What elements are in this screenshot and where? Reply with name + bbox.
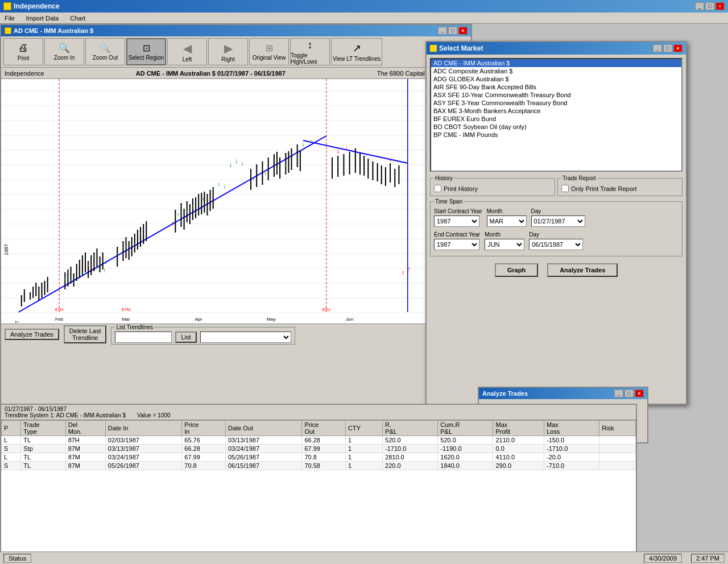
svg-text:↑: ↑ xyxy=(202,196,205,202)
analyze-restore-btn[interactable]: □ xyxy=(624,389,634,397)
svg-text:↓: ↓ xyxy=(223,183,226,189)
left-button[interactable]: ◀ Left xyxy=(167,38,207,65)
menu-chart[interactable]: Chart xyxy=(68,14,88,22)
print-history-checkbox[interactable] xyxy=(434,185,441,192)
left-label: Left xyxy=(183,56,192,63)
start-month-header: Month xyxy=(487,208,527,214)
trendline-dropdown[interactable] xyxy=(200,331,291,343)
maximize-btn[interactable]: □ xyxy=(705,2,714,10)
view-lt-label: View LT Trendlines xyxy=(333,56,380,62)
svg-text:↓: ↓ xyxy=(234,157,238,165)
print-history-label: Print History xyxy=(444,185,478,192)
menu-file[interactable]: File xyxy=(2,14,17,22)
svg-text:Mar: Mar xyxy=(122,317,130,322)
table-cell: 03/13/1987 xyxy=(105,445,181,453)
market-item-6[interactable]: BAX ME 3-Month Bankers Acceptance xyxy=(431,107,681,115)
col-max-profit: MaxProfit xyxy=(493,421,544,436)
end-month-select[interactable]: JUN xyxy=(485,239,524,250)
svg-text:Feb: Feb xyxy=(55,317,64,322)
graph-button[interactable]: Graph xyxy=(495,263,538,277)
minimize-btn[interactable]: _ xyxy=(695,2,704,10)
dialog-close-btn[interactable]: × xyxy=(673,44,682,52)
dialog-title: Select Market xyxy=(439,44,483,52)
market-item-2[interactable]: ADG GLOBEX Australian $ xyxy=(431,75,681,83)
chart-close-btn[interactable]: × xyxy=(458,27,468,35)
table-cell: 0.0 xyxy=(493,445,544,453)
status-time: 2:47 PM xyxy=(691,554,725,563)
trade-system: Trendline System 1: AD CME - IMM Austral… xyxy=(5,412,126,418)
analyze-close-btn[interactable]: × xyxy=(635,389,644,397)
start-year-select[interactable]: 1987 xyxy=(434,215,479,227)
col-r-pl: R.P&L xyxy=(383,421,438,436)
trade-table-window: 01/27/1987 - 06/15/1987 Trendline System… xyxy=(0,404,637,560)
end-day-select[interactable]: 06/15/1987 xyxy=(529,239,583,250)
only-print-trade-report-checkbox[interactable] xyxy=(561,185,569,192)
zoom-in-icon: 🔍 xyxy=(59,43,70,53)
svg-text:↓: ↓ xyxy=(212,185,215,192)
svg-rect-0 xyxy=(1,79,442,324)
time-span-title: Time Span xyxy=(434,198,464,205)
market-item-9[interactable]: BP CME - IMM Pounds xyxy=(431,131,681,139)
col-cum-r-pl: Cum.RP&L xyxy=(438,421,493,436)
table-cell: 87M xyxy=(65,445,105,453)
close-btn[interactable]: × xyxy=(715,2,725,10)
toggle-highs-lows-button[interactable]: ↕ Toggle High/Lows xyxy=(290,38,330,65)
trade-report-section: Trade Report Only Print Trade Report xyxy=(557,175,682,196)
toggle-highs-lows-label: Toggle High/Lows xyxy=(291,52,329,65)
svg-text:↑: ↑ xyxy=(264,170,267,177)
market-item-5[interactable]: ASY SFE 3-Year Commonwealth Treasury Bon… xyxy=(431,99,681,107)
zoom-out-button[interactable]: 🔍 Zoom Out xyxy=(85,38,125,65)
select-region-button[interactable]: ⊡ Select Region xyxy=(126,38,166,65)
chart-restore-btn[interactable]: □ xyxy=(448,27,457,35)
chart-minimize-btn[interactable]: _ xyxy=(438,27,447,35)
col-trade-type: TradeType xyxy=(21,421,65,436)
col-p: P xyxy=(2,421,21,436)
original-view-button[interactable]: ⊞ Original View xyxy=(249,38,289,65)
dialog-restore-btn[interactable]: □ xyxy=(663,44,672,52)
print-button[interactable]: 🖨 Print xyxy=(3,38,43,65)
delete-trendline-label: Delete LastTrendline xyxy=(69,327,101,341)
analyze-trades-button[interactable]: Analyze Trades xyxy=(5,329,59,340)
market-item-7[interactable]: BF EUREX Euro Bund xyxy=(431,115,681,123)
table-cell: 4110.0 xyxy=(493,453,544,462)
dialog-minimize-btn[interactable]: _ xyxy=(653,44,662,52)
analyze-trades-dialog-button[interactable]: Analyze Trades xyxy=(547,263,618,277)
menu-import-data[interactable]: Import Data xyxy=(24,14,61,22)
start-year-label: Start Contract Year xyxy=(434,208,482,214)
select-region-icon: ⊡ xyxy=(143,43,150,53)
table-cell: 06/15/1987 xyxy=(225,462,301,470)
analyze-title: Analyze Trades xyxy=(482,390,528,397)
table-cell: 87M xyxy=(65,453,105,462)
market-item-4[interactable]: ASX SFE 10-Year Commonwealth Treasury Bo… xyxy=(431,91,681,99)
market-list[interactable]: AD CME - IMM Australian $ ADC Composite … xyxy=(430,58,682,172)
chart-info-left: Independence xyxy=(5,70,44,77)
svg-text:↑: ↑ xyxy=(139,230,142,237)
col-date-out: Date Out xyxy=(225,421,301,436)
svg-text:May: May xyxy=(267,317,276,322)
right-button[interactable]: ▶ Right xyxy=(208,38,248,65)
svg-text:↓: ↓ xyxy=(336,146,340,155)
end-year-select[interactable]: 1987 xyxy=(434,239,479,250)
delete-last-trendline-button[interactable]: Delete LastTrendline xyxy=(64,325,107,343)
dialog-title-bar: Select Market _ □ × xyxy=(427,42,686,55)
trendline-bar: Analyze Trades Delete LastTrendline List… xyxy=(1,324,471,344)
chart-svg: ↓ ↓ ↓ ↓ ↓ ↓ ↓ ↓ ↓ ↓ ↓ ↓ ↓ ↓ ↓ ↑ ↑ ↑ ↑ ↑ … xyxy=(1,79,442,324)
right-label: Right xyxy=(221,56,234,63)
zoom-in-button[interactable]: 🔍 Zoom In xyxy=(44,38,84,65)
view-lt-trendlines-button[interactable]: ↗ View LT Trendlines xyxy=(331,38,382,65)
trade-table-header: P TradeType DelMon. Date In PriceIn Date… xyxy=(2,421,636,436)
market-item-1[interactable]: ADC Composite Australian $ xyxy=(431,67,681,75)
end-month-header: Month xyxy=(485,231,524,238)
svg-text:↑: ↑ xyxy=(252,176,255,183)
svg-text:↓: ↓ xyxy=(115,250,119,256)
market-item-8[interactable]: BO CBOT Soybean Oil (day only) xyxy=(431,123,681,131)
list-trendlines-input[interactable] xyxy=(115,331,172,343)
start-day-select[interactable]: 01/27/1987 xyxy=(531,215,585,227)
list-button[interactable]: List xyxy=(175,331,196,343)
analyze-minimize-btn[interactable]: _ xyxy=(614,389,623,397)
market-item-3[interactable]: AIR SFE 90-Day Bank Accepted Bills xyxy=(431,83,681,91)
col-price-in: PriceIn xyxy=(182,421,226,436)
market-item-0[interactable]: AD CME - IMM Australian $ xyxy=(431,59,681,67)
table-cell: 05/26/1987 xyxy=(105,462,181,470)
start-month-select[interactable]: MAR xyxy=(487,215,527,227)
